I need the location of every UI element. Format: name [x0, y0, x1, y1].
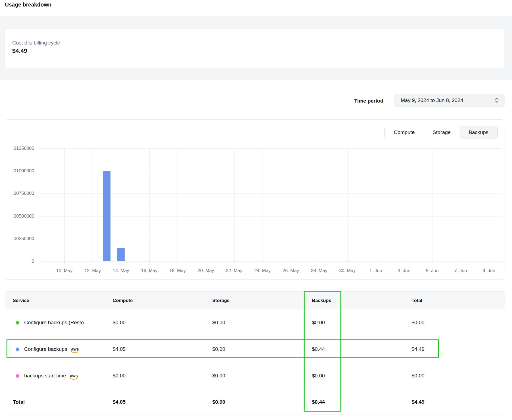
- total-backups: $0.44: [307, 399, 407, 405]
- service-cell: Configure backups aws: [5, 345, 108, 354]
- v-gridline: [489, 148, 489, 261]
- x-axis-label: 9. Jun: [483, 268, 495, 273]
- total-value: $0.00: [407, 320, 505, 326]
- x-axis-label: 26. May: [283, 268, 299, 273]
- y-axis-label: .00750000: [5, 191, 34, 196]
- x-axis-tick: [234, 261, 235, 263]
- x-axis-label: 5. Jun: [426, 268, 438, 273]
- total-row-label: Total: [5, 399, 108, 405]
- y-axis-label: .00500000: [5, 214, 34, 219]
- v-gridline: [432, 148, 432, 261]
- total-total: $4.49: [407, 399, 505, 405]
- usage-table: Service Compute Storage Backups Total Co…: [5, 291, 505, 415]
- y-axis-label: .00250000: [5, 236, 34, 241]
- billing-summary-band: Cost this billing cycle $4.49: [0, 16, 512, 80]
- x-axis-tick: [461, 261, 461, 263]
- x-axis-label: 10. May: [56, 268, 72, 273]
- x-axis-tick: [149, 261, 150, 263]
- time-period-label: Time period: [343, 98, 383, 104]
- total-value: $0.00: [407, 373, 505, 379]
- v-gridline: [376, 148, 376, 261]
- v-gridline: [64, 148, 65, 261]
- aws-icon: aws: [69, 373, 78, 380]
- x-axis-label: 3. Jun: [398, 268, 410, 273]
- backups-value: $0.00: [307, 320, 407, 326]
- svg-text:aws: aws: [71, 347, 79, 351]
- x-axis-tick: [178, 261, 178, 263]
- backups-value: $0.00: [307, 373, 407, 379]
- h-gridline: [40, 261, 501, 262]
- y-axis-label: .01000000: [5, 168, 34, 174]
- total-value: $4.49: [407, 346, 505, 352]
- x-axis-label: 1. Jun: [369, 268, 382, 273]
- aws-icon: aws: [70, 346, 80, 354]
- column-header-total: Total: [407, 298, 505, 303]
- x-axis-tick: [93, 261, 93, 263]
- v-gridline: [121, 148, 121, 261]
- y-axis-label: .01250000: [5, 146, 34, 151]
- x-axis-tick: [376, 261, 376, 263]
- compute-value: $4.05: [108, 346, 208, 352]
- backups-value: $0.44: [307, 346, 407, 352]
- x-axis-label: 22. May: [226, 268, 242, 273]
- cost-label: Cost this billing cycle: [12, 40, 60, 46]
- time-period-value: May 9, 2024 to Jun 8, 2024: [401, 97, 495, 103]
- service-cell: Configure backups (Resto: [5, 320, 108, 326]
- select-updown-icon: [495, 97, 499, 104]
- svg-text:aws: aws: [70, 373, 78, 378]
- table-total-row: Total $4.05 $0.00 $0.44 $4.49: [5, 389, 505, 415]
- v-gridline: [93, 148, 93, 261]
- table-row: backups start time aws $0.00 $0.00 $0.00…: [5, 362, 505, 389]
- x-axis-label: 18. May: [169, 268, 186, 273]
- table-row: Configure backups (Resto $0.00 $0.00 $0.…: [5, 309, 505, 336]
- total-storage: $0.00: [208, 399, 307, 405]
- x-axis-label: 20. May: [198, 268, 214, 273]
- table-header-row: Service Compute Storage Backups Total: [5, 292, 505, 309]
- x-axis-tick: [319, 261, 319, 263]
- x-axis-tick: [404, 261, 404, 263]
- x-axis-label: 16. May: [141, 268, 157, 273]
- v-gridline: [291, 148, 291, 261]
- series-dot-pink: [16, 374, 19, 378]
- table-row: Configure backups aws $4.05 $0.00 $0.44 …: [5, 336, 505, 362]
- x-axis-label: 30. May: [339, 268, 355, 273]
- page-title: Usage breakdown: [5, 2, 51, 8]
- usage-bar[interactable]: [117, 248, 125, 261]
- usage-bar[interactable]: [103, 171, 110, 261]
- service-name: Configure backups: [24, 346, 67, 352]
- x-axis-label: 7. Jun: [454, 268, 467, 273]
- v-gridline: [263, 148, 263, 261]
- x-axis-tick: [206, 261, 206, 263]
- column-header-compute: Compute: [108, 298, 208, 303]
- x-axis-tick: [263, 261, 263, 263]
- x-axis-label: 28. May: [311, 268, 327, 273]
- v-gridline: [319, 148, 319, 261]
- compute-value: $0.00: [108, 320, 208, 326]
- storage-value: $0.00: [208, 373, 307, 379]
- compute-value: $0.00: [108, 373, 208, 379]
- column-header-backups: Backups: [307, 298, 407, 303]
- x-axis-tick: [64, 261, 65, 263]
- storage-value: $0.00: [208, 320, 307, 326]
- time-period-select[interactable]: May 9, 2024 to Jun 8, 2024: [394, 94, 505, 107]
- x-axis-tick: [121, 261, 121, 263]
- service-name: Configure backups (Resto: [24, 320, 84, 326]
- h-gridline: [40, 148, 501, 149]
- v-gridline: [178, 148, 178, 261]
- x-axis-tick: [432, 261, 432, 263]
- cost-value: $4.49: [12, 47, 27, 55]
- storage-value: $0.00: [208, 346, 307, 352]
- v-gridline: [461, 148, 461, 261]
- x-axis-tick: [291, 261, 291, 263]
- v-gridline: [149, 148, 150, 261]
- series-dot-blue: [16, 348, 19, 351]
- cost-card: Cost this billing cycle $4.49: [5, 28, 504, 68]
- column-header-storage: Storage: [208, 298, 307, 303]
- v-gridline: [347, 148, 348, 261]
- total-compute: $4.05: [108, 399, 208, 405]
- series-dot-green: [16, 321, 19, 324]
- v-gridline: [404, 148, 404, 261]
- x-axis-label: 24. May: [254, 268, 271, 273]
- column-header-service: Service: [5, 298, 108, 303]
- v-gridline: [234, 148, 235, 261]
